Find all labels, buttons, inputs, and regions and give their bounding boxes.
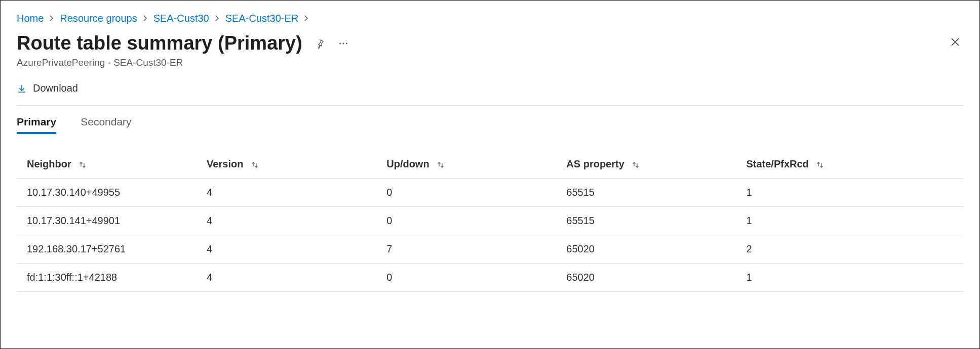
- cell-version: 4: [197, 179, 376, 207]
- sort-icon: [631, 160, 640, 169]
- sort-icon: [78, 160, 87, 169]
- chevron-right-icon: [49, 14, 55, 23]
- page-subtitle: AzurePrivatePeering - SEA-Cust30-ER: [17, 57, 963, 68]
- breadcrumb-link-seacust30er[interactable]: SEA-Cust30-ER: [225, 13, 299, 24]
- column-header-updown[interactable]: Up/down: [376, 150, 556, 179]
- cell-version: 4: [197, 235, 376, 264]
- cell-state: 1: [736, 207, 963, 235]
- chevron-right-icon: [214, 14, 220, 23]
- cell-neighbor: 192.168.30.17+52761: [17, 235, 197, 264]
- cell-asprop: 65515: [556, 207, 736, 235]
- chevron-right-icon: [142, 14, 148, 23]
- cell-neighbor: 10.17.30.140+49955: [17, 179, 197, 207]
- svg-point-2: [346, 42, 347, 44]
- cell-updown: 0: [376, 207, 556, 235]
- page-title: Route table summary (Primary): [17, 32, 302, 54]
- table-header-row: Neighbor Version Up/down AS property: [17, 150, 963, 179]
- column-header-asproperty[interactable]: AS property: [556, 150, 736, 179]
- column-header-neighbor[interactable]: Neighbor: [17, 150, 197, 179]
- route-table: Neighbor Version Up/down AS property: [17, 150, 963, 292]
- cell-updown: 0: [376, 179, 556, 207]
- cell-asprop: 65515: [556, 179, 736, 207]
- column-label: State/PfxRcd: [746, 158, 808, 169]
- breadcrumb-link-seacust30[interactable]: SEA-Cust30: [153, 13, 209, 24]
- cell-updown: 7: [376, 235, 556, 264]
- sort-icon: [250, 160, 259, 169]
- cell-state: 2: [736, 235, 963, 264]
- download-button[interactable]: Download: [17, 82, 78, 94]
- cell-updown: 0: [376, 264, 556, 292]
- column-label: Neighbor: [27, 158, 71, 169]
- column-header-statepfxrcd[interactable]: State/PfxRcd: [736, 150, 963, 179]
- column-label: Version: [207, 158, 243, 169]
- table-row[interactable]: fd:1:1:30ff::1+42188 4 0 65020 1: [17, 264, 963, 292]
- sort-icon: [815, 160, 825, 169]
- tab-secondary[interactable]: Secondary: [81, 116, 131, 134]
- toolbar: Download: [17, 82, 963, 106]
- sort-icon: [436, 160, 445, 169]
- tabs: Primary Secondary: [17, 106, 963, 134]
- table-row[interactable]: 10.17.30.141+49901 4 0 65515 1: [17, 207, 963, 235]
- column-header-version[interactable]: Version: [197, 150, 376, 179]
- table-row[interactable]: 192.168.30.17+52761 4 7 65020 2: [17, 235, 963, 264]
- cell-asprop: 65020: [556, 264, 736, 292]
- cell-version: 4: [197, 207, 376, 235]
- column-label: AS property: [566, 158, 624, 169]
- cell-state: 1: [736, 264, 963, 292]
- title-row: Route table summary (Primary): [17, 32, 963, 54]
- cell-neighbor: fd:1:1:30ff::1+42188: [17, 264, 197, 292]
- chevron-right-icon: [303, 14, 309, 23]
- svg-point-0: [339, 42, 341, 44]
- cell-asprop: 65020: [556, 235, 736, 264]
- column-label: Up/down: [386, 158, 429, 169]
- cell-state: 1: [736, 179, 963, 207]
- table-row[interactable]: 10.17.30.140+49955 4 0 65515 1: [17, 179, 963, 207]
- download-label: Download: [33, 82, 78, 94]
- breadcrumb-link-resourcegroups[interactable]: Resource groups: [60, 13, 137, 24]
- pin-icon[interactable]: [315, 38, 326, 49]
- close-icon[interactable]: [947, 34, 963, 53]
- tab-primary[interactable]: Primary: [17, 116, 56, 134]
- cell-neighbor: 10.17.30.141+49901: [17, 207, 197, 235]
- cell-version: 4: [197, 264, 376, 292]
- svg-point-1: [342, 42, 344, 44]
- breadcrumb-link-home[interactable]: Home: [17, 13, 44, 24]
- more-icon[interactable]: [338, 38, 349, 49]
- breadcrumb: Home Resource groups SEA-Cust30 SEA-Cust…: [17, 13, 963, 24]
- download-icon: [17, 83, 27, 94]
